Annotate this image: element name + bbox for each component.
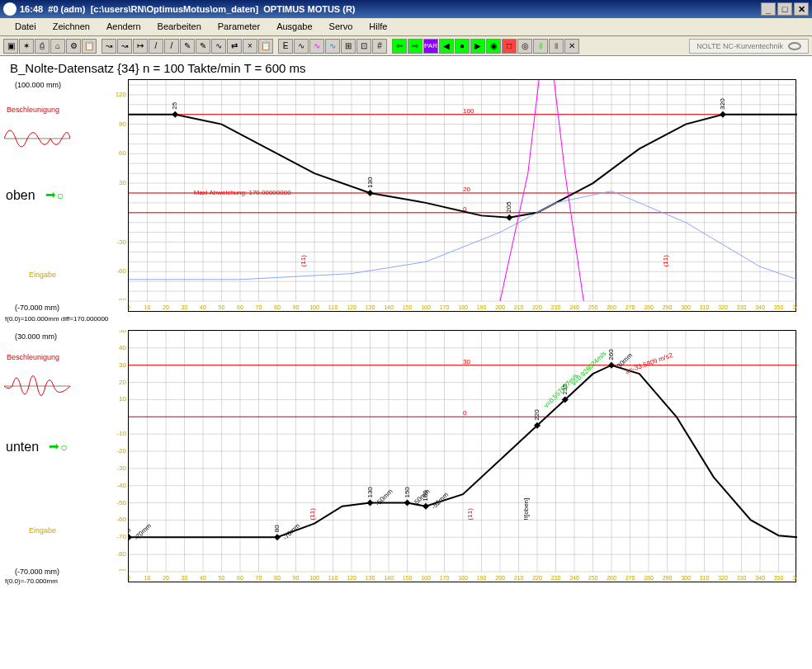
tool-play[interactable]: ▶ xyxy=(470,39,485,54)
svg-text:350: 350 xyxy=(774,304,784,310)
svg-text:320: 320 xyxy=(719,98,726,110)
svg-text:-30: -30 xyxy=(116,464,126,472)
svg-text:100: 100 xyxy=(309,575,319,581)
tool-stop[interactable]: □ xyxy=(502,39,517,54)
svg-text:180: 180 xyxy=(458,575,468,581)
svg-text:10: 10 xyxy=(144,304,151,310)
bot-input-label: Eingabe xyxy=(29,526,56,535)
tool-par[interactable]: PAR xyxy=(423,39,438,54)
tool-3[interactable]: ⎙ xyxy=(35,39,50,54)
tool-4[interactable]: ⌂ xyxy=(50,39,65,54)
tool-9[interactable]: ↦ xyxy=(133,39,148,54)
tool-5[interactable]: ⚙ xyxy=(66,39,81,54)
svg-text:310: 310 xyxy=(700,575,710,581)
content-area: B_Nolte-Datensatz {34} n = 100 Takte/min… xyxy=(0,56,812,669)
tool-22[interactable]: ⊞ xyxy=(341,39,356,54)
menu-aendern[interactable]: Aendern xyxy=(98,20,149,34)
svg-text:-50mm: -50mm xyxy=(375,488,394,507)
menu-zeichnen[interactable]: Zeichnen xyxy=(45,20,98,34)
svg-text:340: 340 xyxy=(755,575,765,581)
goto-icon[interactable]: ⮕○ xyxy=(39,189,64,202)
tool-6[interactable]: 📋 xyxy=(82,39,97,54)
svg-text:-50: -50 xyxy=(116,499,126,506)
mini-wave-bot xyxy=(4,365,70,407)
tool-7[interactable]: ↝ xyxy=(102,39,116,54)
svg-text:130: 130 xyxy=(366,304,375,310)
svg-text:180: 180 xyxy=(458,304,468,310)
svg-text:(11): (11) xyxy=(309,508,316,521)
svg-text:160: 160 xyxy=(421,304,431,310)
tool-32[interactable]: ⦀ xyxy=(533,39,548,54)
svg-text:-70: -70 xyxy=(116,533,126,540)
svg-text:100: 100 xyxy=(309,304,319,310)
svg-text:30: 30 xyxy=(463,358,470,365)
tool-23[interactable]: ⊡ xyxy=(356,39,371,54)
svg-text:140: 140 xyxy=(384,304,394,310)
close-button[interactable]: ✕ xyxy=(794,2,809,16)
svg-text:30: 30 xyxy=(119,179,126,186)
tool-24[interactable]: # xyxy=(372,39,387,54)
tool-16[interactable]: × xyxy=(243,39,257,54)
svg-text:10: 10 xyxy=(144,575,151,581)
tool-8[interactable]: ↝ xyxy=(117,39,132,54)
top-accel-label: Beschleunigung xyxy=(7,106,59,114)
menu-hilfe[interactable]: Hilfe xyxy=(361,20,395,34)
svg-text:240: 240 xyxy=(569,304,579,310)
menu-servo[interactable]: Servo xyxy=(321,20,361,34)
tool-pause[interactable]: ◉ xyxy=(486,39,501,54)
svg-text:230: 230 xyxy=(551,575,561,581)
menu-datei[interactable]: Datei xyxy=(7,20,45,34)
svg-text:360: 360 xyxy=(792,575,797,581)
svg-text:280: 280 xyxy=(644,575,654,581)
tool-11[interactable]: / xyxy=(164,39,179,54)
chart-top[interactable]: 1002002513020532001020304050607080901001… xyxy=(128,79,796,312)
svg-text:90: 90 xyxy=(119,120,126,128)
tool-17[interactable]: 📋 xyxy=(258,39,273,54)
tool-18[interactable]: E xyxy=(278,39,293,54)
goto-icon-2[interactable]: ⮕○ xyxy=(43,441,68,454)
svg-text:320: 320 xyxy=(718,304,728,310)
svg-text:-90: -90 xyxy=(116,297,126,300)
tool-14[interactable]: ∿ xyxy=(211,39,226,54)
tool-15[interactable]: ⇄ xyxy=(227,39,242,54)
chart-bottom[interactable]: 3000-70mm80-70mm130-50mm150-50mm160-52mm… xyxy=(128,330,796,582)
tool-next[interactable]: ⇨ xyxy=(408,39,423,54)
svg-text:80: 80 xyxy=(274,575,281,581)
svg-text:-60: -60 xyxy=(116,267,126,275)
tool-19[interactable]: ∿ xyxy=(294,39,309,54)
tool-13[interactable]: ✎ xyxy=(196,39,210,54)
svg-text:210: 210 xyxy=(514,304,524,310)
svg-text:50: 50 xyxy=(219,575,225,581)
svg-text:70: 70 xyxy=(256,575,262,581)
tool-20[interactable]: ∿ xyxy=(309,39,324,54)
menu-bearbeiten[interactable]: Bearbeiten xyxy=(149,20,210,34)
maximize-button[interactable]: □ xyxy=(777,2,792,16)
menu-ausgabe[interactable]: Ausgabe xyxy=(268,20,320,34)
svg-text:270: 270 xyxy=(626,304,635,310)
yticks-top: -90-60-30306090120 xyxy=(103,79,128,300)
tool-record[interactable]: ● xyxy=(455,39,470,54)
menu-parameter[interactable]: Parameter xyxy=(210,20,268,34)
tool-31[interactable]: ◎ xyxy=(517,39,532,54)
svg-text:0: 0 xyxy=(463,409,467,417)
svg-text:90: 90 xyxy=(293,304,300,310)
svg-text:(11): (11) xyxy=(300,255,307,267)
svg-text:220: 220 xyxy=(533,409,541,421)
minimize-button[interactable]: _ xyxy=(761,2,776,16)
tool-12[interactable]: ✎ xyxy=(180,39,195,54)
tool-10[interactable]: / xyxy=(149,39,163,54)
svg-text:330: 330 xyxy=(737,304,747,310)
tool-2[interactable]: ✶ xyxy=(19,39,34,54)
svg-text:310: 310 xyxy=(700,304,710,310)
tool-1[interactable]: ▣ xyxy=(3,39,18,54)
svg-text:290: 290 xyxy=(663,304,673,310)
svg-text:20: 20 xyxy=(163,575,169,581)
svg-text:20: 20 xyxy=(463,186,470,193)
tool-prev[interactable]: ⇦ xyxy=(392,39,407,54)
svg-text:130: 130 xyxy=(366,575,375,581)
tool-close[interactable]: ✕ xyxy=(564,39,579,54)
tool-21[interactable]: ∿ xyxy=(325,39,340,54)
tool-33[interactable]: ⦀ xyxy=(549,39,564,54)
svg-text:(11): (11) xyxy=(466,508,474,521)
tool-play-back[interactable]: ◀ xyxy=(439,39,454,54)
